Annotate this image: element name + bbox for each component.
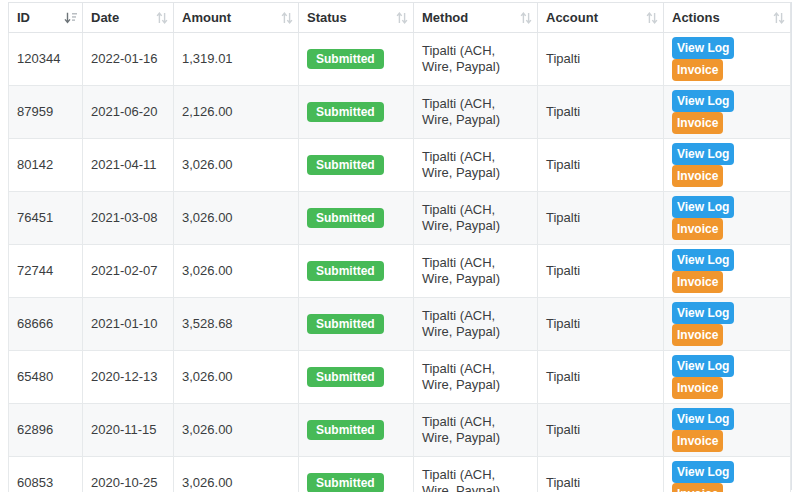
invoice-button[interactable]: Invoice — [672, 112, 723, 134]
invoice-button[interactable]: Invoice — [672, 165, 723, 187]
cell-date: 2021-03-08 — [83, 192, 174, 245]
cell-date: 2020-10-25 — [83, 457, 174, 492]
cell-method: Tipalti (ACH, Wire, Paypal) — [414, 404, 538, 457]
column-header-label: Date — [91, 10, 119, 25]
cell-date: 2021-04-11 — [83, 139, 174, 192]
sort-both-icon — [520, 12, 532, 24]
view-log-button[interactable]: View Log — [672, 143, 734, 165]
sort-both-icon — [646, 12, 658, 24]
cell-id: 87959 — [9, 86, 83, 139]
cell-account: Tipalti — [538, 86, 664, 139]
cell-amount: 2,126.00 — [174, 86, 299, 139]
column-header-actions[interactable]: Actions — [664, 3, 791, 33]
cell-date: 2020-11-15 — [83, 404, 174, 457]
table-row: 76451 2021-03-08 3,026.00 Submitted Tipa… — [9, 192, 791, 245]
cell-status: Submitted — [299, 245, 414, 298]
table-row: 87959 2021-06-20 2,126.00 Submitted Tipa… — [9, 86, 791, 139]
invoice-button[interactable]: Invoice — [672, 59, 723, 81]
view-log-button[interactable]: View Log — [672, 90, 734, 112]
cell-date: 2022-01-16 — [83, 33, 174, 86]
view-log-button[interactable]: View Log — [672, 461, 734, 483]
table-row: 65480 2020-12-13 3,026.00 Submitted Tipa… — [9, 351, 791, 404]
cell-status: Submitted — [299, 33, 414, 86]
cell-method: Tipalti (ACH, Wire, Paypal) — [414, 139, 538, 192]
cell-date: 2021-06-20 — [83, 86, 174, 139]
status-badge: Submitted — [307, 261, 384, 281]
cell-id: 72744 — [9, 245, 83, 298]
cell-actions: View LogInvoice — [664, 139, 791, 192]
status-badge: Submitted — [307, 155, 384, 175]
cell-id: 120344 — [9, 33, 83, 86]
cell-actions: View LogInvoice — [664, 86, 791, 139]
column-header-id[interactable]: ID — [9, 3, 83, 33]
panel-right-border — [791, 2, 792, 490]
cell-amount: 3,528.68 — [174, 298, 299, 351]
view-log-button[interactable]: View Log — [672, 408, 734, 430]
cell-id: 80142 — [9, 139, 83, 192]
column-header-label: Account — [546, 10, 598, 25]
column-header-amount[interactable]: Amount — [174, 3, 299, 33]
cell-method: Tipalti (ACH, Wire, Paypal) — [414, 457, 538, 492]
cell-actions: View LogInvoice — [664, 457, 791, 492]
cell-account: Tipalti — [538, 404, 664, 457]
cell-status: Submitted — [299, 351, 414, 404]
cell-date: 2021-02-07 — [83, 245, 174, 298]
cell-method: Tipalti (ACH, Wire, Paypal) — [414, 86, 538, 139]
payments-table: ID Date Amount — [8, 2, 791, 492]
cell-amount: 3,026.00 — [174, 351, 299, 404]
cell-date: 2021-01-10 — [83, 298, 174, 351]
view-log-button[interactable]: View Log — [672, 355, 734, 377]
cell-id: 62896 — [9, 404, 83, 457]
view-log-button[interactable]: View Log — [672, 302, 734, 324]
cell-status: Submitted — [299, 86, 414, 139]
column-header-account[interactable]: Account — [538, 3, 664, 33]
sort-both-icon — [773, 12, 785, 24]
invoice-button[interactable]: Invoice — [672, 218, 723, 240]
column-header-status[interactable]: Status — [299, 3, 414, 33]
cell-actions: View LogInvoice — [664, 298, 791, 351]
sort-both-icon — [396, 12, 408, 24]
view-log-button[interactable]: View Log — [672, 37, 734, 59]
cell-account: Tipalti — [538, 351, 664, 404]
invoice-button[interactable]: Invoice — [672, 377, 723, 399]
cell-account: Tipalti — [538, 139, 664, 192]
cell-date: 2020-12-13 — [83, 351, 174, 404]
cell-account: Tipalti — [538, 33, 664, 86]
column-header-label: ID — [17, 10, 30, 25]
cell-id: 65480 — [9, 351, 83, 404]
table-row: 62896 2020-11-15 3,026.00 Submitted Tipa… — [9, 404, 791, 457]
cell-method: Tipalti (ACH, Wire, Paypal) — [414, 33, 538, 86]
cell-actions: View LogInvoice — [664, 245, 791, 298]
invoice-button[interactable]: Invoice — [672, 324, 723, 346]
table-header-row: ID Date Amount — [9, 3, 791, 33]
status-badge: Submitted — [307, 473, 384, 492]
cell-id: 76451 — [9, 192, 83, 245]
cell-actions: View LogInvoice — [664, 351, 791, 404]
sort-both-icon — [156, 12, 168, 24]
column-header-label: Actions — [672, 10, 720, 25]
table-row: 80142 2021-04-11 3,026.00 Submitted Tipa… — [9, 139, 791, 192]
status-badge: Submitted — [307, 102, 384, 122]
column-header-date[interactable]: Date — [83, 3, 174, 33]
cell-account: Tipalti — [538, 192, 664, 245]
column-header-method[interactable]: Method — [414, 3, 538, 33]
cell-amount: 3,026.00 — [174, 139, 299, 192]
invoice-button[interactable]: Invoice — [672, 271, 723, 293]
cell-method: Tipalti (ACH, Wire, Paypal) — [414, 298, 538, 351]
invoice-button[interactable]: Invoice — [672, 483, 723, 492]
sort-desc-icon — [64, 12, 77, 24]
column-header-label: Amount — [182, 10, 231, 25]
column-header-label: Method — [422, 10, 468, 25]
cell-amount: 1,319.01 — [174, 33, 299, 86]
invoice-button[interactable]: Invoice — [672, 430, 723, 452]
cell-status: Submitted — [299, 192, 414, 245]
view-log-button[interactable]: View Log — [672, 196, 734, 218]
status-badge: Submitted — [307, 367, 384, 387]
cell-status: Submitted — [299, 404, 414, 457]
column-header-label: Status — [307, 10, 347, 25]
cell-actions: View LogInvoice — [664, 33, 791, 86]
status-badge: Submitted — [307, 208, 384, 228]
view-log-button[interactable]: View Log — [672, 249, 734, 271]
table-row: 120344 2022-01-16 1,319.01 Submitted Tip… — [9, 33, 791, 86]
table-row: 68666 2021-01-10 3,528.68 Submitted Tipa… — [9, 298, 791, 351]
